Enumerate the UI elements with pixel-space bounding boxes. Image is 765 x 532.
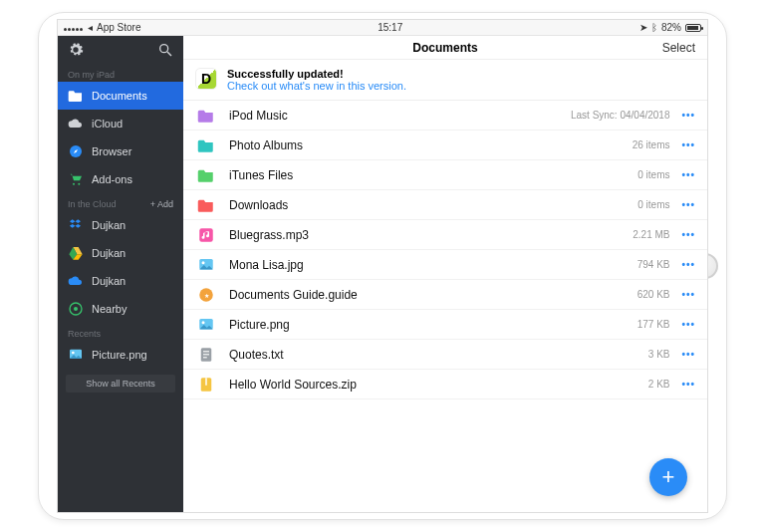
- file-row[interactable]: iTunes Files0 items•••: [183, 160, 707, 190]
- folder-download-icon: [195, 194, 217, 216]
- file-meta: 3 KB: [648, 349, 670, 360]
- add-cloud-button[interactable]: + Add: [150, 199, 173, 209]
- file-list: iPod MusicLast Sync: 04/04/2018•••Photo …: [183, 101, 707, 512]
- image-icon: [195, 314, 217, 336]
- more-button[interactable]: •••: [681, 319, 695, 330]
- status-bar: ◂ App Store 15:17 ➤ ᛒ 82%: [58, 20, 707, 36]
- file-name: Hello World Sources.zip: [229, 378, 648, 392]
- file-row[interactable]: Bluegrass.mp32.21 MB•••: [183, 220, 707, 250]
- banner-title: Successfully updated!: [227, 68, 406, 80]
- text-icon: [195, 344, 217, 366]
- file-meta: 0 items: [638, 199, 669, 210]
- sidebar-item-label: Dujkan: [92, 275, 126, 287]
- nearby-icon: [68, 301, 84, 317]
- file-meta: 620 KB: [638, 289, 670, 300]
- ipad-frame: ◂ App Store 15:17 ➤ ᛒ 82% On my iPad: [38, 12, 727, 520]
- file-name: iTunes Files: [229, 168, 638, 182]
- section-recents: Recents: [58, 323, 183, 341]
- bluetooth-icon: ᛒ: [651, 22, 657, 33]
- sidebar-item-label: Browser: [92, 145, 131, 157]
- guide-icon: [195, 284, 217, 306]
- file-name: iPod Music: [229, 109, 571, 123]
- dropbox-icon: [68, 217, 84, 233]
- file-row[interactable]: Downloads0 items•••: [183, 190, 707, 220]
- battery-pct: 82%: [661, 22, 681, 33]
- sidebar-item-dujkan[interactable]: Dujkan: [58, 239, 183, 267]
- show-all-recents-button[interactable]: Show all Recents: [66, 375, 175, 393]
- sidebar-item-label: iCloud: [92, 118, 123, 130]
- back-to-app-label[interactable]: App Store: [97, 22, 140, 33]
- compass-icon: [68, 143, 84, 159]
- banner-link[interactable]: Check out what's new in this version.: [227, 80, 406, 92]
- file-name: Photo Albums: [229, 138, 633, 152]
- more-button[interactable]: •••: [681, 289, 695, 300]
- more-button[interactable]: •••: [681, 169, 695, 180]
- folder-generic-icon: [195, 134, 217, 156]
- file-row[interactable]: Quotes.txt3 KB•••: [183, 340, 707, 370]
- file-row[interactable]: Mona Lisa.jpg794 KB•••: [183, 250, 707, 280]
- sidebar-item-label: Documents: [92, 90, 147, 102]
- audio-icon: [195, 224, 217, 246]
- search-button[interactable]: [157, 42, 173, 60]
- sidebar-item-add-ons[interactable]: Add-ons: [58, 165, 183, 193]
- file-name: Mona Lisa.jpg: [229, 258, 638, 272]
- sidebar-item-dujkan[interactable]: Dujkan: [58, 267, 183, 295]
- settings-button[interactable]: [68, 42, 84, 60]
- file-row[interactable]: Picture.png177 KB•••: [183, 310, 707, 340]
- location-icon: ➤: [639, 22, 647, 33]
- more-button[interactable]: •••: [681, 229, 695, 240]
- file-meta: 0 items: [638, 169, 669, 180]
- main-pane: Documents Select Successfully updated! C…: [183, 36, 707, 512]
- file-meta: 26 items: [633, 139, 670, 150]
- sidebar-item-icloud[interactable]: iCloud: [58, 110, 183, 137]
- add-button[interactable]: +: [649, 458, 687, 496]
- folder-music-icon: [195, 164, 217, 186]
- onedrive-icon: [68, 273, 84, 289]
- cloud-icon: [68, 116, 84, 132]
- file-row[interactable]: Photo Albums26 items•••: [183, 131, 707, 160]
- file-row[interactable]: Documents Guide.guide620 KB•••: [183, 280, 707, 310]
- sidebar-item-label: Dujkan: [92, 219, 126, 231]
- more-button[interactable]: •••: [681, 110, 695, 121]
- file-row[interactable]: iPod MusicLast Sync: 04/04/2018•••: [183, 101, 707, 131]
- file-name: Bluegrass.mp3: [229, 228, 633, 242]
- file-name: Documents Guide.guide: [229, 288, 638, 302]
- sidebar-item-picture-png[interactable]: Picture.png: [58, 341, 183, 369]
- app-icon: [195, 68, 217, 90]
- folder-music-icon: [195, 105, 217, 127]
- sidebar-item-label: Add-ons: [92, 173, 132, 185]
- clock: 15:17: [140, 22, 639, 33]
- file-name: Quotes.txt: [229, 348, 648, 362]
- update-banner: Successfully updated! Check out what's n…: [183, 60, 707, 101]
- more-button[interactable]: •••: [681, 199, 695, 210]
- image-icon: [68, 347, 84, 363]
- more-button[interactable]: •••: [681, 349, 695, 360]
- sidebar-item-browser[interactable]: Browser: [58, 137, 183, 165]
- file-meta: 177 KB: [638, 319, 670, 330]
- file-name: Picture.png: [229, 318, 638, 332]
- file-meta: 2 KB: [648, 379, 670, 390]
- file-name: Downloads: [229, 198, 638, 212]
- section-cloud: In the Cloud: [68, 199, 117, 209]
- sidebar-item-label: Nearby: [92, 303, 127, 315]
- more-button[interactable]: •••: [681, 139, 695, 150]
- file-row[interactable]: Hello World Sources.zip2 KB•••: [183, 370, 707, 399]
- page-title: Documents: [183, 41, 707, 55]
- file-meta: 2.21 MB: [633, 229, 669, 240]
- sidebar-item-nearby[interactable]: Nearby: [58, 295, 183, 323]
- file-meta: 794 KB: [638, 259, 670, 270]
- folder-icon: [68, 88, 84, 104]
- sidebar-item-label: Dujkan: [92, 247, 126, 259]
- section-on-device: On my iPad: [58, 64, 183, 82]
- more-button[interactable]: •••: [681, 379, 695, 390]
- sidebar-item-label: Picture.png: [92, 349, 147, 361]
- screen: ◂ App Store 15:17 ➤ ᛒ 82% On my iPad: [57, 19, 708, 513]
- cart-icon: [68, 171, 84, 187]
- image-icon: [195, 254, 217, 276]
- more-button[interactable]: •••: [681, 259, 695, 270]
- sidebar: On my iPad DocumentsiCloudBrowserAdd-ons…: [58, 36, 183, 512]
- sidebar-item-documents[interactable]: Documents: [58, 82, 183, 110]
- gdrive-icon: [68, 245, 84, 261]
- signal-dots: [64, 22, 84, 33]
- sidebar-item-dujkan[interactable]: Dujkan: [58, 211, 183, 239]
